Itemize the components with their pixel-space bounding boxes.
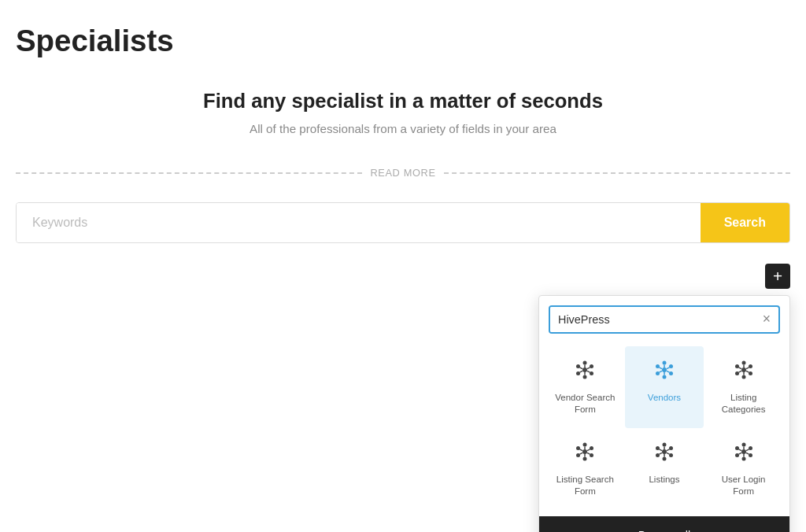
widget-icon-vendor-search-form [574, 359, 596, 386]
svg-point-69 [749, 446, 752, 450]
svg-line-74 [738, 449, 741, 451]
svg-point-30 [749, 364, 752, 368]
svg-line-48 [580, 449, 583, 451]
svg-line-23 [667, 371, 670, 372]
hero-section: Find any specialist in a matter of secon… [16, 82, 790, 167]
svg-line-36 [746, 371, 749, 372]
hero-heading: Find any specialist in a matter of secon… [16, 90, 790, 113]
svg-point-42 [576, 446, 580, 450]
svg-point-40 [583, 442, 587, 446]
read-more-divider: READ MORE [16, 167, 790, 179]
svg-line-77 [746, 449, 749, 451]
svg-line-61 [659, 449, 662, 451]
svg-line-63 [659, 453, 662, 454]
widget-icon-listing-search-form [574, 441, 596, 467]
svg-point-71 [749, 453, 752, 457]
widget-label-vendor-search-form: Vendor Search Form [552, 392, 619, 416]
svg-point-39 [582, 449, 587, 454]
widget-picker: × Vendor Search Form [538, 295, 790, 532]
svg-line-24 [659, 371, 662, 372]
svg-point-54 [662, 456, 666, 460]
svg-line-25 [667, 368, 670, 369]
widget-search-clear-button[interactable]: × [755, 309, 778, 330]
svg-line-64 [667, 449, 670, 451]
add-widget-button[interactable]: + [765, 264, 790, 289]
read-more-label: READ MORE [370, 167, 435, 179]
svg-point-52 [662, 449, 667, 454]
widget-item-vendor-search-form[interactable]: Vendor Search Form [545, 346, 625, 428]
search-bar: Search [16, 202, 790, 243]
widget-icon-user-login-form [733, 441, 755, 467]
svg-point-70 [735, 453, 739, 457]
svg-point-66 [741, 442, 745, 446]
svg-point-18 [656, 371, 660, 375]
widget-item-listings[interactable]: Listings [625, 428, 704, 510]
svg-point-68 [735, 446, 739, 450]
svg-point-31 [735, 371, 739, 375]
svg-point-5 [576, 371, 580, 375]
svg-line-22 [659, 368, 662, 369]
svg-point-45 [590, 453, 593, 457]
widget-icon-vendors [653, 359, 675, 386]
svg-line-50 [580, 453, 583, 454]
svg-point-1 [583, 361, 587, 365]
widget-item-vendors[interactable]: Vendors [625, 346, 704, 428]
svg-point-67 [741, 456, 745, 460]
svg-line-38 [746, 368, 749, 369]
svg-line-37 [738, 371, 741, 372]
svg-point-0 [582, 368, 587, 372]
svg-point-41 [583, 456, 587, 460]
svg-line-35 [738, 368, 741, 369]
hero-subtext: All of the professionals from a variety … [16, 122, 790, 135]
widget-icon-listing-categories [733, 359, 755, 386]
svg-point-26 [741, 368, 746, 372]
svg-line-76 [738, 453, 741, 454]
svg-point-56 [669, 446, 673, 450]
svg-line-75 [746, 453, 749, 454]
widget-label-vendors: Vendors [648, 392, 681, 404]
svg-point-3 [576, 364, 580, 368]
widget-grid: Vendor Search Form Vendors [539, 340, 789, 516]
widget-label-user-login-form: User Login Form [710, 474, 777, 497]
svg-point-6 [590, 371, 593, 375]
widget-label-listing-search-form: Listing Search Form [552, 474, 619, 497]
svg-line-12 [587, 368, 590, 369]
widget-browse-all-button[interactable]: Browse all [539, 516, 789, 532]
svg-point-19 [669, 371, 673, 375]
svg-point-16 [656, 364, 660, 368]
svg-line-49 [587, 453, 590, 454]
widget-item-listing-search-form[interactable]: Listing Search Form [545, 428, 625, 510]
svg-point-14 [662, 361, 666, 365]
svg-point-17 [669, 364, 673, 368]
svg-point-55 [656, 446, 660, 450]
svg-point-57 [656, 453, 660, 457]
page-title: Specialists [16, 24, 790, 58]
svg-line-11 [580, 371, 583, 372]
svg-line-62 [667, 453, 670, 454]
widget-item-user-login-form[interactable]: User Login Form [704, 428, 783, 510]
svg-line-10 [587, 371, 590, 372]
svg-point-4 [590, 364, 593, 368]
svg-point-53 [662, 442, 666, 446]
svg-point-43 [590, 446, 593, 450]
svg-point-13 [662, 368, 667, 372]
svg-point-29 [735, 364, 739, 368]
widget-label-listing-categories: Listing Categories [710, 392, 777, 416]
svg-point-15 [662, 375, 666, 379]
svg-line-51 [587, 449, 590, 451]
page-wrapper: Specialists Find any specialist in a mat… [0, 0, 806, 275]
widget-item-listing-categories[interactable]: Listing Categories [704, 346, 783, 428]
svg-point-27 [741, 361, 745, 365]
svg-point-58 [669, 453, 673, 457]
search-button[interactable]: Search [701, 203, 789, 242]
widget-search-bar: × [549, 305, 780, 334]
widget-search-input[interactable] [550, 307, 755, 332]
svg-point-44 [576, 453, 580, 457]
svg-point-2 [583, 375, 587, 379]
widget-label-listings: Listings [649, 474, 679, 486]
svg-point-32 [749, 371, 752, 375]
search-input[interactable] [17, 203, 701, 242]
widget-icon-listings [653, 441, 675, 467]
svg-point-28 [741, 375, 745, 379]
svg-point-65 [741, 449, 746, 454]
